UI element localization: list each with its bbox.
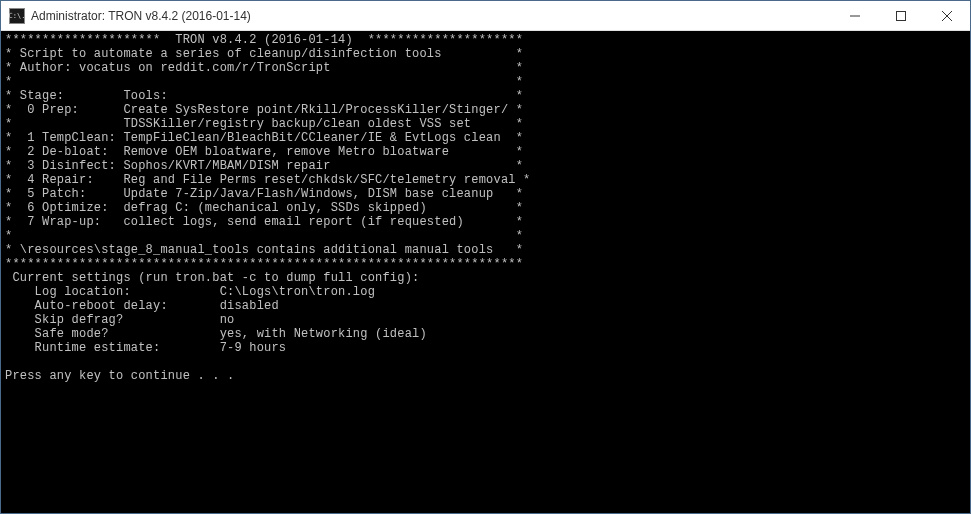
window-title: Administrator: TRON v8.4.2 (2016-01-14) bbox=[31, 9, 832, 23]
setting-label: Skip defrag? bbox=[5, 313, 220, 327]
resources-line: * \resources\stage_8_manual_tools contai… bbox=[5, 243, 523, 257]
maximize-button[interactable] bbox=[878, 1, 924, 30]
setting-value: 7-9 hours bbox=[220, 341, 287, 355]
header-line: ********************* TRON v8.4.2 (2016-… bbox=[5, 33, 523, 47]
stage-row: * 3 Disinfect: Sophos/KVRT/MBAM/DISM rep… bbox=[5, 159, 523, 173]
close-button[interactable] bbox=[924, 1, 970, 30]
titlebar[interactable]: C:\. Administrator: TRON v8.4.2 (2016-01… bbox=[1, 1, 970, 31]
setting-value: C:\Logs\tron\tron.log bbox=[220, 285, 375, 299]
header-line: * Script to automate a series of cleanup… bbox=[5, 47, 523, 61]
setting-label: Safe mode? bbox=[5, 327, 220, 341]
header-line: * * bbox=[5, 75, 523, 89]
cmd-icon: C:\. bbox=[9, 8, 25, 24]
setting-value: disabled bbox=[220, 299, 279, 313]
minimize-icon bbox=[850, 11, 860, 21]
window-controls bbox=[832, 1, 970, 30]
close-icon bbox=[942, 11, 952, 21]
header-line: ****************************************… bbox=[5, 257, 523, 271]
header-line: * Author: vocatus on reddit.com/r/TronSc… bbox=[5, 61, 523, 75]
press-any-key-prompt: Press any key to continue . . . bbox=[5, 369, 234, 383]
stage-header: * Stage: Tools: * bbox=[5, 89, 523, 103]
minimize-button[interactable] bbox=[832, 1, 878, 30]
stage-row: * 0 Prep: Create SysRestore point/Rkill/… bbox=[5, 103, 523, 117]
stage-row: * 2 De-bloat: Remove OEM bloatware, remo… bbox=[5, 145, 523, 159]
maximize-icon bbox=[896, 11, 906, 21]
setting-value: yes, with Networking (ideal) bbox=[220, 327, 427, 341]
cmd-window: C:\. Administrator: TRON v8.4.2 (2016-01… bbox=[0, 0, 971, 514]
settings-heading: Current settings (run tron.bat -c to dum… bbox=[5, 271, 419, 285]
stage-row: * 5 Patch: Update 7-Zip/Java/Flash/Windo… bbox=[5, 187, 523, 201]
console-output[interactable]: ********************* TRON v8.4.2 (2016-… bbox=[1, 31, 970, 513]
stage-row: * 7 Wrap-up: collect logs, send email re… bbox=[5, 215, 523, 229]
header-line: * * bbox=[5, 229, 523, 243]
setting-value: no bbox=[220, 313, 235, 327]
stage-row: * 1 TempClean: TempFileClean/BleachBit/C… bbox=[5, 131, 523, 145]
svg-rect-0 bbox=[897, 11, 906, 20]
stage-row: * 4 Repair: Reg and File Perms reset/chk… bbox=[5, 173, 530, 187]
setting-label: Auto-reboot delay: bbox=[5, 299, 220, 313]
stage-row: * 6 Optimize: defrag C: (mechanical only… bbox=[5, 201, 523, 215]
setting-label: Log location: bbox=[5, 285, 220, 299]
setting-label: Runtime estimate: bbox=[5, 341, 220, 355]
stage-row: * TDSSKiller/registry backup/clean oldes… bbox=[5, 117, 523, 131]
